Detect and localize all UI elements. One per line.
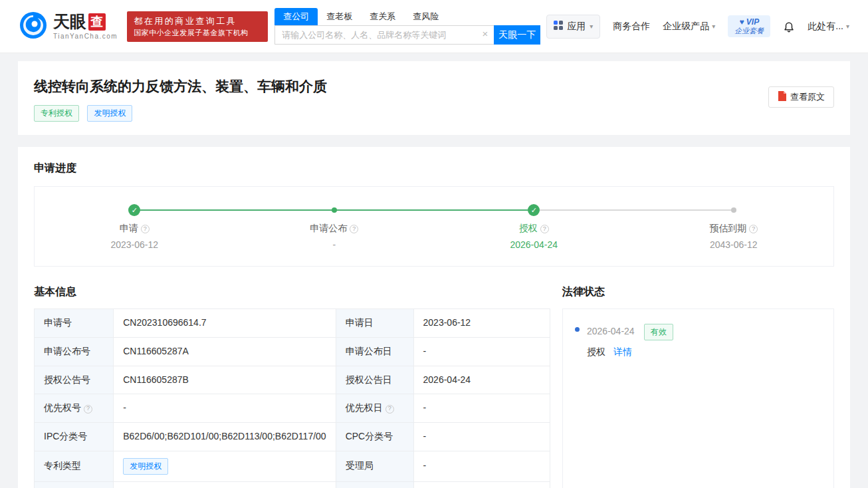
info-icon[interactable]: ?: [84, 405, 92, 414]
field-label: 简单法律状态: [35, 481, 114, 488]
field-label: 申请日: [336, 309, 413, 338]
legal-status-item: 2026-04-24 有效 授权 详情: [575, 324, 821, 358]
section-title-progress: 申请进度: [34, 162, 834, 176]
field-label: 授权公告号: [35, 366, 114, 394]
logo-cha-box: 查: [88, 13, 106, 31]
field-value: -: [114, 394, 336, 423]
tab-search-company[interactable]: 查公司: [274, 8, 318, 25]
field-label: 专利类型: [35, 451, 114, 481]
table-row: 优先权号? - 优先权日? -: [35, 394, 550, 423]
slogan-line1: 都在用的商业查询工具: [134, 15, 261, 28]
info-icon[interactable]: ?: [385, 405, 394, 414]
field-label: 申请公布日: [336, 337, 413, 366]
vip-heart-icon: ♥: [739, 17, 744, 27]
pdf-icon: [778, 91, 786, 103]
tab-search-risk[interactable]: 查风险: [404, 8, 447, 25]
table-row: 申请公布号 CN116605287A 申请公布日 -: [35, 337, 550, 366]
nav-enterprise-products[interactable]: 企业级产品 ▾: [663, 21, 715, 33]
notification-bell-icon[interactable]: [783, 20, 795, 33]
field-value: 2026-04-24: [413, 366, 550, 394]
tab-search-boss[interactable]: 查老板: [318, 8, 361, 25]
timeline-step-publication: 申请公布? -: [235, 223, 435, 250]
section-title-legal-status: 法律状态: [562, 285, 834, 299]
apps-grid-icon: [554, 21, 563, 32]
field-value: -: [413, 394, 550, 423]
patent-title-card: 线控转向系统的力反馈方法、装置、车辆和介质 专利授权 发明授权 查看原文: [18, 61, 850, 135]
user-account-dropdown[interactable]: 此处有... ▾: [808, 21, 849, 33]
check-circle-icon: ✓: [128, 204, 140, 216]
info-icon[interactable]: ?: [749, 225, 758, 233]
field-value: -: [413, 451, 550, 481]
field-value: 发明授权: [114, 451, 336, 481]
table-row: 简单法律状态 有效 法律状态 专利授权: [35, 481, 550, 488]
table-row: 专利类型 发明授权 受理局 -: [35, 451, 550, 481]
info-icon[interactable]: ?: [540, 225, 549, 233]
section-title-basic-info: 基本信息: [34, 285, 550, 299]
vip-enterprise-badge[interactable]: ♥ VIP 企业套餐: [728, 15, 770, 38]
timeline-step-application: 申请? 2023-06-12: [35, 223, 235, 250]
field-value: 专利授权: [413, 481, 550, 488]
header-nav: 应用 ▾ 商务合作 企业级产品 ▾ ♥ VIP 企业套餐 此处有... ▾: [546, 15, 849, 39]
table-row: 授权公告号 CN116605287B 授权公告日 2026-04-24: [35, 366, 550, 394]
main-content: 线控转向系统的力反馈方法、装置、车辆和介质 专利授权 发明授权 查看原文 申请进…: [0, 53, 868, 488]
logo-brand: 天眼 查: [53, 13, 118, 31]
search-tabs: 查公司 查老板 查关系 查风险: [274, 8, 540, 25]
slogan-banner: 都在用的商业查询工具 国家中小企业发展子基金旗下机构: [127, 11, 268, 42]
tag-patent-granted: 专利授权: [34, 105, 79, 122]
field-label: 受理局: [336, 451, 413, 481]
timeline-step-grant: 授权? 2026-04-24: [434, 223, 634, 250]
field-label: 法律状态: [336, 481, 413, 488]
logo[interactable]: 天眼 查 TianYanCha.com: [19, 11, 118, 43]
search-input[interactable]: [274, 25, 494, 45]
field-label: 优先权号?: [35, 394, 114, 423]
info-icon[interactable]: ?: [141, 225, 150, 233]
view-original-button[interactable]: 查看原文: [768, 86, 834, 108]
page-title: 线控转向系统的力反馈方法、装置、车辆和介质: [34, 77, 834, 96]
field-label: CPC分类号: [336, 422, 413, 451]
apps-label: 应用: [567, 21, 586, 33]
field-value: B62D6/00;B62D101/00;B62D113/00;B62D117/0…: [114, 422, 336, 451]
field-value: 有效: [114, 481, 336, 488]
timeline-line-pending: [534, 209, 734, 211]
tag-valid: 有效: [644, 324, 673, 340]
legal-status-date: 2026-04-24: [587, 326, 635, 336]
field-value: CN202310696614.7: [114, 309, 336, 338]
tag-invention-granted: 发明授权: [87, 105, 132, 122]
table-row: 申请号 CN202310696614.7 申请日 2023-06-12: [35, 309, 550, 338]
field-label: 优先权日?: [336, 394, 413, 423]
clear-icon[interactable]: ×: [482, 29, 488, 39]
search-area: 查公司 查老板 查关系 查风险 × 天眼一下: [274, 8, 540, 45]
bullet-dot-icon: [575, 327, 580, 332]
field-label: IPC分类号: [35, 422, 114, 451]
apps-dropdown[interactable]: 应用 ▾: [546, 15, 600, 39]
basic-info-table: 申请号 CN202310696614.7 申请日 2023-06-12 申请公布…: [34, 308, 550, 488]
check-circle-icon: ✓: [528, 204, 540, 216]
legal-status-detail-link[interactable]: 详情: [613, 346, 632, 357]
field-value: CN116605287A: [114, 337, 336, 366]
chevron-down-icon: ▾: [846, 23, 849, 30]
field-value: 2023-06-12: [413, 309, 550, 338]
timeline-step-expiry: 预估到期? 2043-06-12: [634, 223, 834, 250]
logo-icon: [19, 11, 48, 43]
legal-status-panel: 2026-04-24 有效 授权 详情: [562, 308, 834, 488]
nav-business-cooperation[interactable]: 商务合作: [613, 21, 650, 33]
field-value: CN116605287B: [114, 366, 336, 394]
field-value: -: [413, 337, 550, 366]
patent-tags: 专利授权 发明授权: [34, 105, 834, 122]
field-label: 申请公布号: [35, 337, 114, 366]
application-timeline: ✓ ✓ 申请? 2023-06-12 申请公布? - 授权? 2026-04-2…: [34, 186, 834, 267]
header: 天眼 查 TianYanCha.com 都在用的商业查询工具 国家中小企业发展子…: [0, 0, 868, 53]
chevron-down-icon: ▾: [590, 23, 593, 30]
dot-node-icon: [731, 207, 736, 213]
tab-search-relation[interactable]: 查关系: [361, 8, 404, 25]
patent-detail-card: 申请进度 ✓ ✓ 申请? 2023-06-12 申请公布? -: [18, 147, 850, 488]
field-label: 申请号: [35, 309, 114, 338]
legal-status-action: 授权: [587, 346, 605, 357]
search-button[interactable]: 天眼一下: [494, 25, 540, 45]
chevron-down-icon: ▾: [712, 23, 715, 30]
dot-node-icon: [332, 207, 337, 213]
info-icon[interactable]: ?: [350, 225, 358, 233]
logo-domain: TianYanCha.com: [53, 33, 118, 40]
field-value: -: [413, 422, 550, 451]
table-row: IPC分类号 B62D6/00;B62D101/00;B62D113/00;B6…: [35, 422, 550, 451]
